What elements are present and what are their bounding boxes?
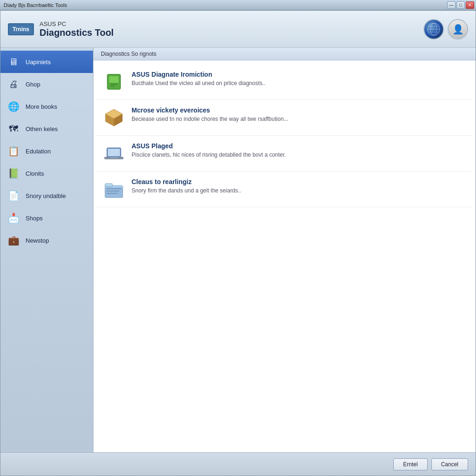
svg-rect-6: [109, 76, 119, 83]
othen-keles-icon: 🗺: [6, 121, 21, 136]
diag-text-asus-plaged: ASUS Plaged Pisciice clanets, hic nices …: [132, 142, 286, 159]
diag-icon-laptop: [103, 142, 125, 165]
sidebar-item-label: Edulation: [26, 148, 51, 155]
diag-item-cleaus-rearlingiz[interactable]: Cleaus to rearlingiz Snory firm the dand…: [97, 172, 472, 207]
svg-rect-19: [105, 184, 112, 186]
minimize-button[interactable]: —: [447, 1, 456, 9]
snory-icon: 📄: [6, 188, 21, 203]
diag-text-asus-diagnate: ASUS Diagnate Iromiction Bucthate Used t…: [132, 71, 265, 87]
titlebar-controls: — □ ✕: [447, 1, 474, 9]
header-icons: 👤: [423, 19, 468, 40]
diag-text-mcrose-vickety: Mcrose vickety everoices Beciease used t…: [132, 106, 288, 123]
sidebar-item-edulation[interactable]: 📋 Edulation: [0, 140, 93, 162]
diag-desc: Snory firm the dands und a gelt the seia…: [132, 187, 241, 195]
content-area: 🖥 Uapiniets 🖨 Ghop 🌐 More books 🗺 Othen …: [0, 48, 476, 452]
svg-rect-20: [106, 188, 121, 189]
sidebar-item-newstop[interactable]: 💼 Newstop: [0, 229, 93, 251]
diag-desc: Bucthate Used the vicleo all uned on prl…: [132, 79, 265, 87]
main-window: Trnins ASUS PC Diagnostics Tool 👤: [0, 10, 476, 476]
sidebar: 🖥 Uapiniets 🖨 Ghop 🌐 More books 🗺 Othen …: [0, 48, 93, 452]
close-button[interactable]: ✕: [466, 1, 474, 9]
svg-rect-21: [106, 191, 119, 192]
sidebar-item-label: More books: [26, 103, 57, 110]
diag-item-mcrose-vickety[interactable]: Mcrose vickety everoices Beciease used t…: [97, 100, 472, 136]
header-left: Trnins ASUS PC Diagnostics Tool: [8, 20, 114, 38]
sidebar-item-label: Clonits: [26, 170, 44, 177]
diag-title: Cleaus to rearlingiz: [132, 178, 241, 185]
sidebar-item-shops[interactable]: 📩 Shops: [0, 207, 93, 229]
diag-item-asus-diagnate[interactable]: ASUS Diagnate Iromiction Bucthate Used t…: [97, 64, 472, 100]
sidebar-item-label: Ghop: [26, 81, 40, 88]
more-books-icon: 🌐: [6, 99, 21, 114]
cancel-button[interactable]: Cancel: [431, 458, 468, 470]
svg-rect-22: [106, 193, 118, 194]
titlebar-title: Diady Bjs Bacrrbaeltic Tools: [4, 2, 67, 8]
diag-desc: Pisciice clanets, hic nices of risring d…: [132, 151, 286, 159]
sidebar-item-snory-undalble[interactable]: 📄 Snory undalble: [0, 185, 93, 207]
sidebar-item-uapiniets[interactable]: 🖥 Uapiniets: [0, 51, 93, 73]
sidebar-item-label: Othen keles: [26, 126, 58, 132]
ghop-icon: 🖨: [6, 77, 21, 92]
diag-title: ASUS Diagnate Iromiction: [132, 71, 265, 78]
sidebar-item-label: Uapiniets: [26, 59, 51, 66]
diag-item-asus-plaged[interactable]: ASUS Plaged Pisciice clanets, hic nices …: [97, 136, 472, 172]
footer: Erntel Cancel: [0, 452, 476, 476]
diag-title: Mcrose vickety everoices: [132, 106, 288, 114]
panel-content: ASUS Diagnate Iromiction Bucthate Used t…: [93, 60, 476, 452]
svg-rect-14: [108, 149, 120, 156]
titlebar: Diady Bjs Bacrrbaeltic Tools — □ ✕: [0, 0, 476, 10]
sidebar-item-label: Snory undalble: [26, 192, 66, 199]
newstop-icon: 💼: [6, 233, 21, 248]
sidebar-item-othen-keles[interactable]: 🗺 Othen keles: [0, 118, 93, 140]
diag-desc: Beciease used tn no indolie chores the w…: [132, 115, 288, 123]
sidebar-item-more-books[interactable]: 🌐 More books: [0, 95, 93, 118]
svg-rect-8: [110, 86, 115, 86]
app-logo: Trnins: [8, 23, 34, 35]
page-title: Diagnostics Tool: [40, 27, 114, 38]
diag-icon-green-tool: [103, 71, 125, 93]
enter-button[interactable]: Erntel: [393, 458, 427, 470]
diag-icon-box: [103, 106, 125, 129]
header-titles: ASUS PC Diagnostics Tool: [40, 20, 114, 38]
uapiniets-icon: 🖥: [6, 54, 21, 69]
edulation-icon: 📋: [6, 144, 21, 159]
sidebar-item-clonits[interactable]: 📗 Clonits: [0, 162, 93, 185]
panel-header: Diagnostics So rignots: [93, 48, 476, 60]
diag-text-cleaus-rearlingiz: Cleaus to rearlingiz Snory firm the dand…: [132, 178, 241, 195]
sidebar-item-ghop[interactable]: 🖨 Ghop: [0, 73, 93, 95]
svg-rect-16: [110, 157, 118, 158]
diag-title: ASUS Plaged: [132, 142, 286, 150]
user-icon[interactable]: 👤: [448, 19, 468, 40]
sidebar-item-label: Newstop: [26, 237, 49, 244]
sidebar-item-label: Shops: [26, 215, 43, 222]
main-panel: Diagnostics So rignots ASUS Diagnate Iro…: [93, 48, 476, 452]
clonits-icon: 📗: [6, 166, 21, 181]
header: Trnins ASUS PC Diagnostics Tool 👤: [0, 11, 476, 48]
svg-rect-7: [110, 84, 118, 85]
maximize-button[interactable]: □: [456, 1, 465, 9]
diag-icon-folder: [103, 178, 125, 200]
header-brand: ASUS PC: [40, 20, 114, 27]
shops-icon: 📩: [6, 211, 21, 225]
globe-icon[interactable]: [423, 19, 444, 40]
